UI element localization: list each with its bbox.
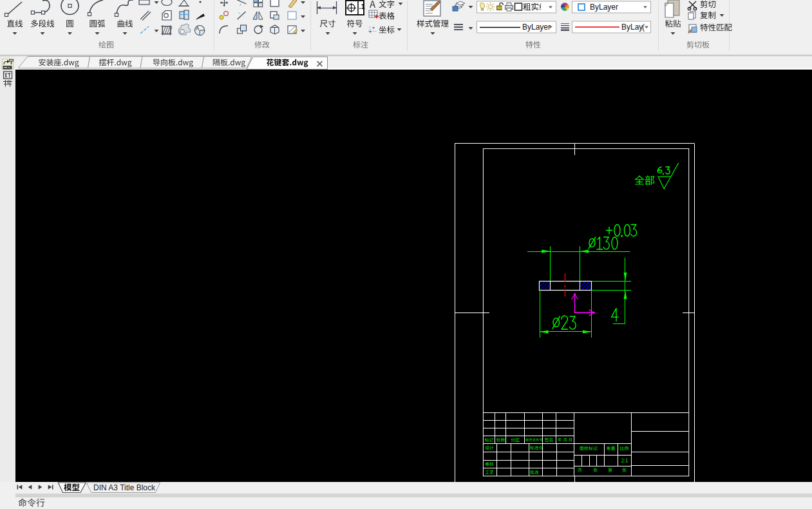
svg-text:ByLayer: ByLayer [590, 3, 618, 12]
svg-text:ByLayer: ByLayer [522, 23, 551, 32]
svg-text:DIN A3 Title Block: DIN A3 Title Block [93, 483, 156, 492]
svg-text:(: ( [642, 23, 645, 32]
svg-text:ByLay: ByLay [621, 23, 643, 32]
svg-text:.1: .1 [359, 3, 365, 10]
